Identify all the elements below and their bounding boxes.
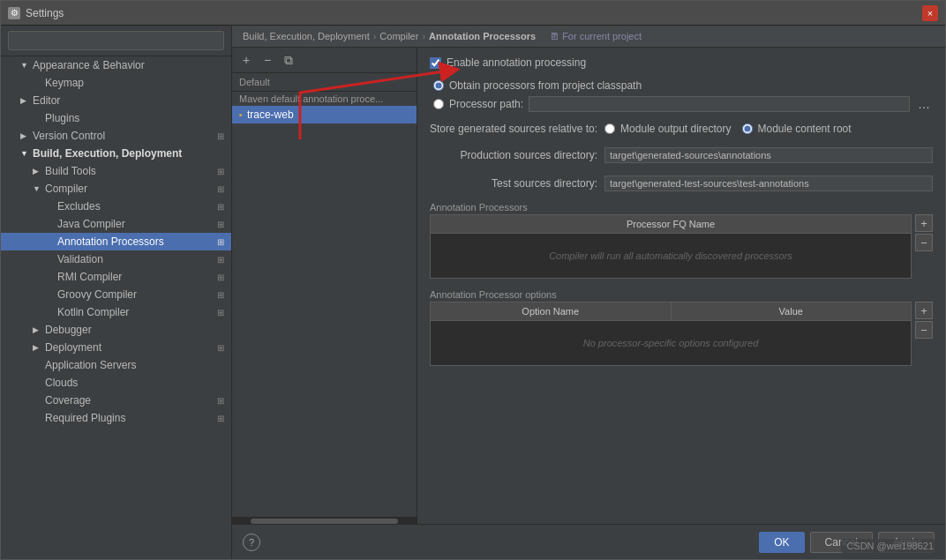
badge: ⊞ [217, 131, 224, 141]
breadcrumb: Build, Execution, Deployment › Compiler … [232, 26, 945, 48]
project-icon: 🖹 [550, 31, 559, 41]
list-item-trace-web[interactable]: ▪ trace-web [232, 106, 417, 123]
add-processor-button[interactable]: + [915, 214, 933, 232]
module-content-row: Module content root [742, 123, 852, 135]
sidebar-item-deployment[interactable]: ▶ Deployment ⊞ [1, 339, 231, 356]
sidebar-item-version-control[interactable]: ▶ Version Control ⊞ [1, 127, 231, 145]
sidebar-item-editor[interactable]: ▶ Editor [1, 92, 231, 109]
badge: ⊞ [217, 414, 224, 423]
sidebar-item-debugger[interactable]: ▶ Debugger [1, 321, 231, 339]
no-options-msg: No processor-specific options configured [583, 338, 759, 348]
copy-profile-button[interactable]: ⧉ [280, 51, 297, 69]
option-name-header: Option Name [431, 302, 672, 320]
store-label: Store generated sources relative to: [430, 123, 597, 135]
sidebar-item-validation[interactable]: Validation ⊞ [1, 250, 231, 268]
split-container: + − ⧉ Default Maven default annotation p… [232, 48, 945, 524]
add-profile-button[interactable]: + [237, 51, 255, 69]
left-list: + − ⧉ Default Maven default annotation p… [232, 48, 417, 524]
processor-path-row: Processor path: … [433, 96, 933, 112]
test-sources-input[interactable] [604, 175, 933, 191]
sidebar-item-keymap[interactable]: Keymap [1, 74, 231, 92]
sidebar-item-kotlin-compiler[interactable]: Kotlin Compiler ⊞ [1, 303, 231, 321]
breadcrumb-part1: Build, Execution, Deployment [243, 31, 370, 41]
processor-path-browse[interactable]: … [915, 97, 933, 111]
badge: ⊞ [217, 290, 224, 300]
enable-annotation-checkbox[interactable] [430, 57, 441, 69]
test-sources-input-wrap [604, 175, 933, 191]
sidebar-item-groovy-compiler[interactable]: Groovy Compiler ⊞ [1, 286, 231, 303]
remove-profile-button[interactable]: − [259, 51, 276, 69]
settings-window: ⚙ Settings × ▼ Appearance & Behavior Key… [0, 0, 946, 560]
module-output-label: Module output directory [620, 123, 731, 135]
breadcrumb-sep1: › [373, 31, 377, 41]
watermark: CSDN @wei198621 [841, 539, 939, 553]
test-sources-row: Test sources directory: [430, 175, 933, 191]
sidebar-item-rmi-compiler[interactable]: RMI Compiler ⊞ [1, 268, 231, 286]
remove-option-button[interactable]: − [915, 321, 933, 339]
sidebar-item-compiler[interactable]: ▼ Compiler ⊞ [1, 180, 231, 198]
default-label: Default [232, 73, 417, 92]
window-title: Settings [26, 7, 64, 19]
processor-fq-name-header: Processor FQ Name [431, 215, 911, 233]
table-body: Compiler will run all automatically disc… [431, 234, 911, 278]
annotation-processors-table: Processor FQ Name Compiler will run all … [430, 214, 912, 279]
sidebar-item-java-compiler[interactable]: Java Compiler ⊞ [1, 215, 231, 233]
ok-button[interactable]: OK [759, 532, 804, 553]
sidebar-item-annotation-processors[interactable]: Annotation Processors ⊞ [1, 233, 231, 250]
scrollbar-area [232, 517, 417, 524]
sidebar-item-application-servers[interactable]: Application Servers [1, 356, 231, 374]
processor-path-input[interactable] [529, 96, 910, 112]
badge: ⊞ [217, 255, 224, 265]
sidebar-item-clouds[interactable]: Clouds [1, 374, 231, 392]
search-box [1, 26, 231, 56]
remove-processor-button[interactable]: − [915, 234, 933, 251]
sidebar-item-required-plugins[interactable]: Required Plugins ⊞ [1, 409, 231, 427]
table-side-buttons: + − [915, 214, 933, 279]
obtain-processors-label: Obtain processors from project classpath [449, 79, 642, 92]
sidebar-item-build-execution-deployment[interactable]: ▼ Build, Execution, Deployment [1, 145, 231, 162]
sidebar-item-plugins[interactable]: Plugins [1, 109, 231, 127]
module-content-radio[interactable] [742, 123, 753, 134]
options-table: Option Name Value No processor-specific … [430, 302, 912, 366]
title-bar-left: ⚙ Settings [8, 7, 64, 19]
annotation-processors-title: Annotation Processors [430, 202, 933, 213]
sidebar-item-coverage[interactable]: Coverage ⊞ [1, 392, 231, 409]
module-output-row: Module output directory [604, 123, 731, 135]
badge: ⊞ [217, 220, 224, 229]
expand-arrow: ▼ [20, 149, 31, 158]
nav-tree: ▼ Appearance & Behavior Keymap ▶ Editor … [1, 56, 231, 559]
close-button[interactable]: × [922, 5, 938, 21]
store-radios: Module output directory Module content r… [604, 123, 851, 135]
module-content-label: Module content root [758, 123, 852, 135]
expand-arrow: ▶ [33, 167, 43, 175]
sidebar-item-appearance-behavior[interactable]: ▼ Appearance & Behavior [1, 56, 231, 74]
main-content: ▼ Appearance & Behavior Keymap ▶ Editor … [1, 26, 945, 559]
expand-arrow: ▼ [20, 61, 31, 70]
list-item-label: trace-web [247, 108, 294, 121]
options-table-wrap: Option Name Value No processor-specific … [430, 302, 933, 366]
annotation-processors-table-wrap: Processor FQ Name Compiler will run all … [430, 214, 933, 279]
badge: ⊞ [217, 202, 224, 212]
production-sources-row: Production sources directory: [430, 147, 933, 163]
options-side-buttons: + − [915, 302, 933, 366]
annotation-processors-section: Annotation Processors Processor FQ Name … [430, 202, 933, 279]
expand-arrow: ▶ [20, 96, 31, 105]
maven-label: Maven default annotation proce... [232, 92, 417, 106]
sidebar-item-build-tools[interactable]: ▶ Build Tools ⊞ [1, 162, 231, 180]
production-sources-input[interactable] [604, 147, 933, 163]
obtain-processors-radio[interactable] [433, 80, 444, 91]
production-sources-input-wrap [604, 147, 933, 163]
processor-path-radio[interactable] [433, 99, 444, 109]
add-option-button[interactable]: + [915, 302, 933, 319]
search-input[interactable] [8, 31, 224, 50]
badge: ⊞ [217, 273, 224, 282]
sidebar-item-label: Appearance & Behavior [33, 59, 145, 71]
module-output-radio[interactable] [604, 123, 615, 134]
settings-icon: ⚙ [8, 7, 20, 19]
expand-arrow: ▶ [33, 343, 43, 352]
right-settings: Enable annotation processing Obtain proc… [417, 48, 945, 524]
sidebar-item-excludes[interactable]: Excludes ⊞ [1, 198, 231, 215]
breadcrumb-current: Annotation Processors [429, 31, 536, 41]
options-table-body: No processor-specific options configured [431, 321, 911, 365]
help-button[interactable]: ? [243, 534, 260, 551]
